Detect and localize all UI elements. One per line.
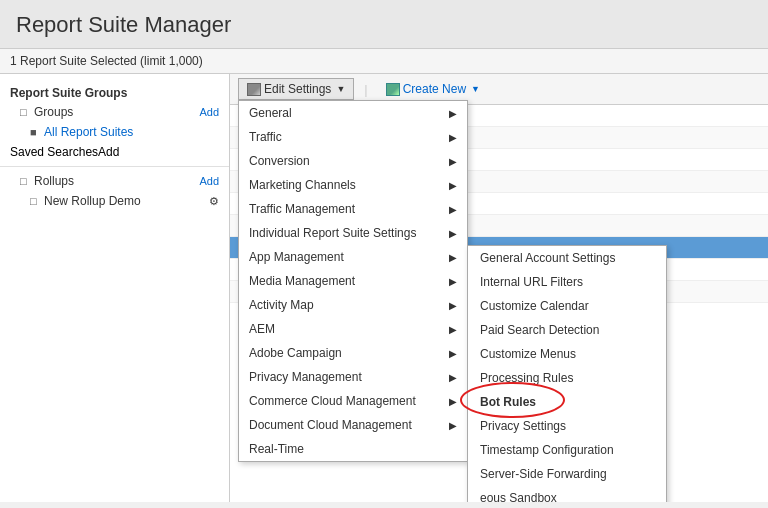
menu-aem-label: AEM	[249, 322, 275, 336]
menu-general-label: General	[249, 106, 292, 120]
app-management-arrow-icon: ▶	[449, 252, 457, 263]
create-new-icon	[386, 83, 400, 96]
submenu-customize-menus[interactable]: Customize Menus	[468, 342, 666, 366]
menu-item-commerce-cloud[interactable]: Commerce Cloud Management ▶	[239, 389, 467, 413]
submenu-paid-search-label: Paid Search Detection	[480, 323, 599, 337]
submenu-eous-sandbox[interactable]: eous Sandbox	[468, 486, 666, 502]
rollups-add-link[interactable]: Add	[199, 175, 219, 187]
adobe-campaign-arrow-icon: ▶	[449, 348, 457, 359]
submenu-eous-sandbox-label: eous Sandbox	[480, 491, 557, 502]
menu-item-privacy-management[interactable]: Privacy Management ▶	[239, 365, 467, 389]
create-new-button[interactable]: Create New ▼	[378, 79, 488, 99]
menu-item-general[interactable]: General ▶	[239, 101, 467, 125]
submenu-customize-calendar-label: Customize Calendar	[480, 299, 589, 313]
toggle-groups-icon: □	[20, 106, 32, 118]
general-arrow-icon: ▶	[449, 108, 457, 119]
submenu-processing-rules[interactable]: Processing Rules	[468, 366, 666, 390]
sidebar-item-new-rollup-demo[interactable]: □ New Rollup Demo ⚙	[0, 191, 229, 211]
right-panel: Edit Settings ▼ General ▶ Traffic ▶ Conv…	[230, 74, 768, 502]
new-rollup-demo-label: New Rollup Demo	[44, 194, 141, 208]
menu-item-adobe-campaign[interactable]: Adobe Campaign ▶	[239, 341, 467, 365]
sidebar-section-header: Report Suite Groups	[0, 82, 229, 102]
rollup-edit-icon: ⚙	[209, 195, 219, 208]
sidebar-item-all-report-suites[interactable]: ■ All Report Suites	[0, 122, 229, 142]
menu-item-traffic[interactable]: Traffic ▶	[239, 125, 467, 149]
indent-icon: ■	[30, 126, 42, 138]
menu-item-aem[interactable]: AEM ▶	[239, 317, 467, 341]
submenu-privacy-settings-label: Privacy Settings	[480, 419, 566, 433]
menu-item-individual-report-suite-settings[interactable]: Individual Report Suite Settings ▶	[239, 221, 467, 245]
commerce-cloud-arrow-icon: ▶	[449, 396, 457, 407]
menu-item-traffic-management[interactable]: Traffic Management ▶	[239, 197, 467, 221]
sidebar-groups-label: Groups	[34, 105, 73, 119]
menu-marketing-channels-label: Marketing Channels	[249, 178, 356, 192]
submenu-paid-search-detection[interactable]: Paid Search Detection	[468, 318, 666, 342]
menu-item-app-management[interactable]: App Management ▶ General Account Setting…	[239, 245, 467, 269]
toolbar: Edit Settings ▼ General ▶ Traffic ▶ Conv…	[230, 74, 768, 105]
menu-privacy-management-label: Privacy Management	[249, 370, 362, 384]
submenu-customize-calendar[interactable]: Customize Calendar	[468, 294, 666, 318]
saved-searches-label: Saved Searches	[10, 145, 98, 159]
create-new-label: Create New	[403, 82, 466, 96]
submenu-timestamp-configuration[interactable]: Timestamp Configuration	[468, 438, 666, 462]
menu-item-real-time[interactable]: Real-Time	[239, 437, 467, 461]
aem-arrow-icon: ▶	[449, 324, 457, 335]
submenu-timestamp-label: Timestamp Configuration	[480, 443, 614, 457]
sidebar: Report Suite Groups □ Groups Add ■ All R…	[0, 74, 230, 502]
edit-settings-menu: General ▶ Traffic ▶ Conversion ▶ Marketi…	[238, 100, 468, 462]
edit-settings-dropdown-container: Edit Settings ▼ General ▶ Traffic ▶ Conv…	[238, 78, 354, 100]
menu-item-activity-map[interactable]: Activity Map ▶	[239, 293, 467, 317]
menu-item-marketing-channels[interactable]: Marketing Channels ▶	[239, 173, 467, 197]
menu-traffic-management-label: Traffic Management	[249, 202, 355, 216]
menu-media-management-label: Media Management	[249, 274, 355, 288]
menu-item-conversion[interactable]: Conversion ▶	[239, 149, 467, 173]
menu-item-media-management[interactable]: Media Management ▶	[239, 269, 467, 293]
menu-commerce-cloud-label: Commerce Cloud Management	[249, 394, 416, 408]
submenu-privacy-settings[interactable]: Privacy Settings	[468, 414, 666, 438]
document-cloud-arrow-icon: ▶	[449, 420, 457, 431]
page-header: Report Suite Manager	[0, 0, 768, 49]
page-title: Report Suite Manager	[16, 12, 752, 38]
menu-traffic-label: Traffic	[249, 130, 282, 144]
sidebar-divider-1	[0, 166, 229, 167]
submenu-bot-rules-label: Bot Rules	[480, 395, 536, 409]
create-new-arrow-icon: ▼	[471, 84, 480, 94]
sidebar-item-rollups[interactable]: □ Rollups Add	[0, 171, 229, 191]
activity-map-arrow-icon: ▶	[449, 300, 457, 311]
submenu-general-account-settings[interactable]: General Account Settings	[468, 246, 666, 270]
submenu-internal-url-label: Internal URL Filters	[480, 275, 583, 289]
submenu-server-side-forwarding[interactable]: Server-Side Forwarding	[468, 462, 666, 486]
submenu-bot-rules[interactable]: Bot Rules	[468, 390, 666, 414]
individual-arrow-icon: ▶	[449, 228, 457, 239]
saved-searches-row: Saved Searches Add	[0, 142, 229, 162]
all-report-suites-label: All Report Suites	[44, 125, 133, 139]
rollups-label: Rollups	[34, 174, 74, 188]
menu-item-document-cloud[interactable]: Document Cloud Management ▶	[239, 413, 467, 437]
submenu-internal-url-filters[interactable]: Internal URL Filters	[468, 270, 666, 294]
edit-settings-button[interactable]: Edit Settings ▼	[238, 78, 354, 100]
submenu-processing-rules-label: Processing Rules	[480, 371, 573, 385]
app-management-submenu: General Account Settings Internal URL Fi…	[467, 245, 667, 502]
main-content: Report Suite Groups □ Groups Add ■ All R…	[0, 74, 768, 502]
menu-activity-map-label: Activity Map	[249, 298, 314, 312]
menu-conversion-label: Conversion	[249, 154, 310, 168]
privacy-management-arrow-icon: ▶	[449, 372, 457, 383]
toolbar-separator: |	[364, 82, 367, 97]
traffic-arrow-icon: ▶	[449, 132, 457, 143]
conversion-arrow-icon: ▶	[449, 156, 457, 167]
menu-app-management-label: App Management	[249, 250, 344, 264]
submenu-server-side-label: Server-Side Forwarding	[480, 467, 607, 481]
selection-bar: 1 Report Suite Selected (limit 1,000)	[0, 49, 768, 74]
media-management-arrow-icon: ▶	[449, 276, 457, 287]
menu-document-cloud-label: Document Cloud Management	[249, 418, 412, 432]
rollup-indent-icon: □	[30, 195, 42, 207]
selection-count: 1 Report Suite Selected (limit 1,000)	[10, 54, 203, 68]
menu-real-time-label: Real-Time	[249, 442, 304, 456]
submenu-customize-menus-label: Customize Menus	[480, 347, 576, 361]
marketing-channels-arrow-icon: ▶	[449, 180, 457, 191]
toggle-rollups-icon: □	[20, 175, 32, 187]
menu-individual-label: Individual Report Suite Settings	[249, 226, 416, 240]
sidebar-item-groups[interactable]: □ Groups Add	[0, 102, 229, 122]
saved-searches-add-link[interactable]: Add	[98, 145, 119, 159]
groups-add-link[interactable]: Add	[199, 106, 219, 118]
